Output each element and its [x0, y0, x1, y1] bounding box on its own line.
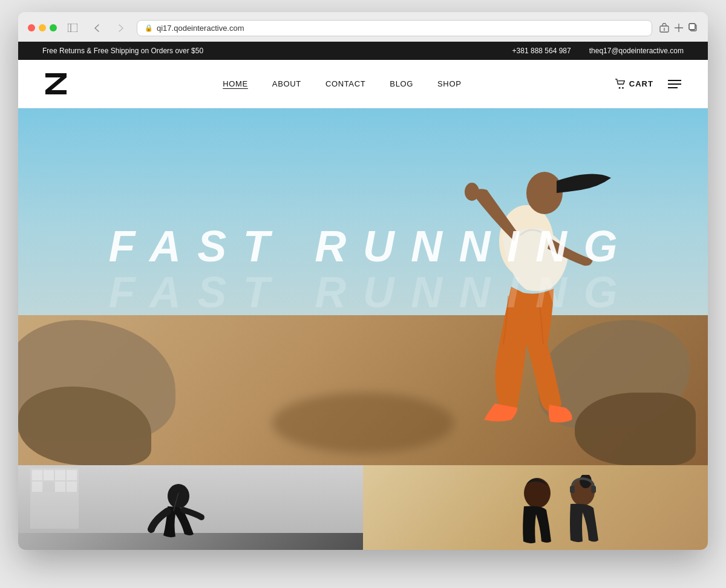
announcement-text: Free Returns & Free Shipping on Orders o…: [42, 47, 203, 55]
lock-icon: 🔒: [145, 24, 153, 32]
phone-number: +381 888 564 987: [512, 47, 571, 55]
person-silhouette: [130, 481, 251, 550]
building-windows: [30, 468, 79, 529]
nav-contact[interactable]: CONTACT: [325, 79, 365, 88]
bottom-grid: [18, 465, 708, 550]
svg-marker-9: [45, 73, 67, 94]
browser-chrome: 🔒 qi17.qodeinteractive.com: [18, 12, 708, 42]
website-content: Free Returns & Free Shipping on Orders o…: [18, 42, 708, 550]
cart-icon: [615, 79, 626, 90]
hero-section: FAST RUNNING FAST RUNNING: [18, 108, 708, 465]
nav-blog[interactable]: BLOG: [390, 79, 413, 88]
svg-point-11: [622, 87, 624, 88]
svg-rect-0: [68, 24, 77, 32]
bottom-card-right: [363, 465, 708, 550]
url-text: qi17.qodeinteractive.com: [157, 24, 244, 33]
maximize-dot[interactable]: [50, 24, 57, 31]
svg-rect-7: [689, 24, 695, 30]
svg-point-15: [168, 484, 189, 508]
cart-button[interactable]: CART: [615, 79, 653, 90]
hamburger-menu[interactable]: [666, 77, 684, 91]
card-left-bg: [18, 465, 363, 550]
new-tab-icon[interactable]: [674, 23, 684, 33]
svg-rect-19: [570, 486, 575, 493]
athlete-svg: [130, 481, 251, 547]
svg-point-13: [526, 172, 563, 214]
svg-rect-20: [591, 486, 596, 493]
site-logo[interactable]: [42, 70, 70, 97]
minimize-dot[interactable]: [39, 24, 46, 31]
card-right-bg: [363, 465, 708, 550]
email-address: theq17@qodeinteractive.com: [589, 47, 684, 55]
forward-button[interactable]: [113, 19, 129, 36]
announcement-bar: Free Returns & Free Shipping on Orders o…: [18, 42, 708, 60]
nav-shop[interactable]: SHOP: [437, 79, 461, 88]
duplicate-icon[interactable]: [688, 23, 698, 33]
site-header: HOME ABOUT CONTACT BLOG SHOP CART: [18, 60, 708, 108]
menu-line-2: [668, 83, 681, 85]
nav-home[interactable]: HOME: [223, 79, 248, 88]
close-dot[interactable]: [28, 24, 35, 31]
people-figures: [492, 475, 637, 550]
runner-figure: [405, 132, 659, 435]
browser-dots: [28, 24, 57, 31]
browser-window: 🔒 qi17.qodeinteractive.com Free Retu: [18, 12, 708, 550]
share-icon[interactable]: [659, 23, 669, 33]
logo-icon: [42, 70, 70, 97]
menu-line-1: [668, 80, 681, 81]
contact-info: +381 888 564 987 theq17@qodeinteractive.…: [512, 47, 684, 55]
browser-actions: [659, 23, 698, 33]
svg-point-14: [465, 183, 479, 201]
runner-svg: [405, 132, 659, 435]
svg-point-10: [618, 87, 620, 88]
address-bar[interactable]: 🔒 qi17.qodeinteractive.com: [137, 20, 652, 36]
people-svg: [492, 475, 637, 547]
menu-line-3: [668, 87, 678, 88]
hero-background: FAST RUNNING FAST RUNNING: [18, 108, 708, 465]
back-button[interactable]: [88, 19, 105, 36]
bottom-card-left: [18, 465, 363, 550]
nav-right: CART: [615, 77, 684, 91]
sidebar-toggle-button[interactable]: [64, 19, 81, 36]
nav-about[interactable]: ABOUT: [272, 79, 301, 88]
cart-label: CART: [629, 79, 653, 88]
main-navigation: HOME ABOUT CONTACT BLOG SHOP: [223, 79, 461, 88]
